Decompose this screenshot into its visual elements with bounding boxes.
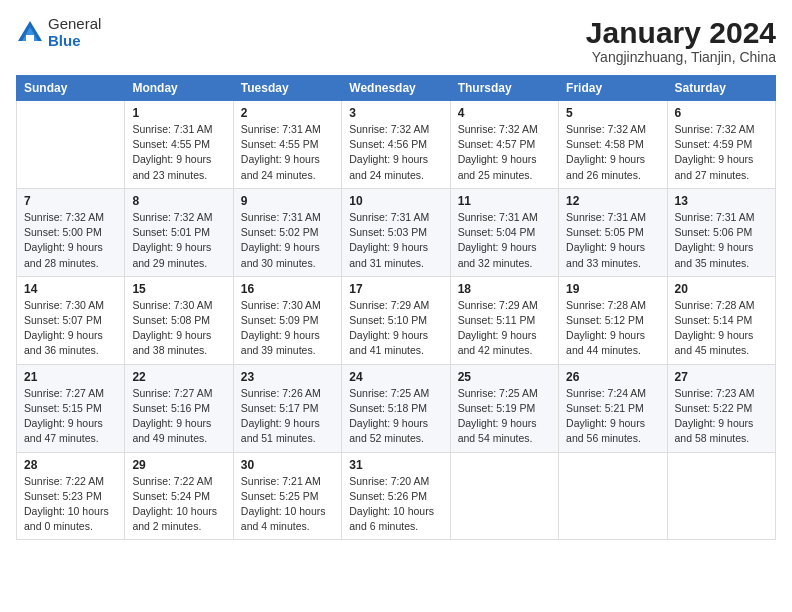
calendar-cell: 2Sunrise: 7:31 AM Sunset: 4:55 PM Daylig… <box>233 101 341 189</box>
svg-rect-2 <box>26 35 34 41</box>
calendar-cell: 9Sunrise: 7:31 AM Sunset: 5:02 PM Daylig… <box>233 188 341 276</box>
header-saturday: Saturday <box>667 76 775 101</box>
calendar-cell: 28Sunrise: 7:22 AM Sunset: 5:23 PM Dayli… <box>17 452 125 540</box>
calendar-cell: 31Sunrise: 7:20 AM Sunset: 5:26 PM Dayli… <box>342 452 450 540</box>
day-info: Sunrise: 7:30 AM Sunset: 5:08 PM Dayligh… <box>132 298 225 359</box>
day-info: Sunrise: 7:32 AM Sunset: 4:58 PM Dayligh… <box>566 122 659 183</box>
day-number: 13 <box>675 194 768 208</box>
calendar-cell: 18Sunrise: 7:29 AM Sunset: 5:11 PM Dayli… <box>450 276 558 364</box>
calendar: Sunday Monday Tuesday Wednesday Thursday… <box>16 75 776 540</box>
title-section: January 2024 Yangjinzhuang, Tianjin, Chi… <box>586 16 776 65</box>
day-info: Sunrise: 7:32 AM Sunset: 4:57 PM Dayligh… <box>458 122 551 183</box>
header-friday: Friday <box>559 76 667 101</box>
day-info: Sunrise: 7:32 AM Sunset: 5:00 PM Dayligh… <box>24 210 117 271</box>
day-number: 21 <box>24 370 117 384</box>
day-info: Sunrise: 7:31 AM Sunset: 4:55 PM Dayligh… <box>241 122 334 183</box>
calendar-cell: 24Sunrise: 7:25 AM Sunset: 5:18 PM Dayli… <box>342 364 450 452</box>
day-number: 25 <box>458 370 551 384</box>
day-number: 31 <box>349 458 442 472</box>
day-number: 2 <box>241 106 334 120</box>
calendar-cell: 27Sunrise: 7:23 AM Sunset: 5:22 PM Dayli… <box>667 364 775 452</box>
day-info: Sunrise: 7:28 AM Sunset: 5:12 PM Dayligh… <box>566 298 659 359</box>
calendar-cell: 16Sunrise: 7:30 AM Sunset: 5:09 PM Dayli… <box>233 276 341 364</box>
calendar-cell: 6Sunrise: 7:32 AM Sunset: 4:59 PM Daylig… <box>667 101 775 189</box>
calendar-cell <box>667 452 775 540</box>
day-info: Sunrise: 7:31 AM Sunset: 5:04 PM Dayligh… <box>458 210 551 271</box>
day-number: 10 <box>349 194 442 208</box>
day-info: Sunrise: 7:29 AM Sunset: 5:10 PM Dayligh… <box>349 298 442 359</box>
calendar-cell: 7Sunrise: 7:32 AM Sunset: 5:00 PM Daylig… <box>17 188 125 276</box>
day-number: 19 <box>566 282 659 296</box>
day-info: Sunrise: 7:22 AM Sunset: 5:24 PM Dayligh… <box>132 474 225 535</box>
calendar-cell: 15Sunrise: 7:30 AM Sunset: 5:08 PM Dayli… <box>125 276 233 364</box>
day-number: 1 <box>132 106 225 120</box>
calendar-cell <box>17 101 125 189</box>
calendar-cell: 13Sunrise: 7:31 AM Sunset: 5:06 PM Dayli… <box>667 188 775 276</box>
day-info: Sunrise: 7:23 AM Sunset: 5:22 PM Dayligh… <box>675 386 768 447</box>
day-number: 28 <box>24 458 117 472</box>
logo: General Blue <box>16 16 101 49</box>
day-number: 17 <box>349 282 442 296</box>
day-info: Sunrise: 7:25 AM Sunset: 5:19 PM Dayligh… <box>458 386 551 447</box>
header-sunday: Sunday <box>17 76 125 101</box>
calendar-cell: 30Sunrise: 7:21 AM Sunset: 5:25 PM Dayli… <box>233 452 341 540</box>
calendar-cell: 17Sunrise: 7:29 AM Sunset: 5:10 PM Dayli… <box>342 276 450 364</box>
day-number: 12 <box>566 194 659 208</box>
calendar-cell: 29Sunrise: 7:22 AM Sunset: 5:24 PM Dayli… <box>125 452 233 540</box>
day-info: Sunrise: 7:24 AM Sunset: 5:21 PM Dayligh… <box>566 386 659 447</box>
calendar-week-5: 28Sunrise: 7:22 AM Sunset: 5:23 PM Dayli… <box>17 452 776 540</box>
day-number: 16 <box>241 282 334 296</box>
calendar-cell <box>559 452 667 540</box>
calendar-cell: 14Sunrise: 7:30 AM Sunset: 5:07 PM Dayli… <box>17 276 125 364</box>
calendar-cell: 12Sunrise: 7:31 AM Sunset: 5:05 PM Dayli… <box>559 188 667 276</box>
day-number: 15 <box>132 282 225 296</box>
day-info: Sunrise: 7:32 AM Sunset: 4:59 PM Dayligh… <box>675 122 768 183</box>
day-number: 14 <box>24 282 117 296</box>
day-info: Sunrise: 7:26 AM Sunset: 5:17 PM Dayligh… <box>241 386 334 447</box>
calendar-cell: 20Sunrise: 7:28 AM Sunset: 5:14 PM Dayli… <box>667 276 775 364</box>
calendar-week-1: 1Sunrise: 7:31 AM Sunset: 4:55 PM Daylig… <box>17 101 776 189</box>
calendar-cell: 8Sunrise: 7:32 AM Sunset: 5:01 PM Daylig… <box>125 188 233 276</box>
day-info: Sunrise: 7:22 AM Sunset: 5:23 PM Dayligh… <box>24 474 117 535</box>
header-tuesday: Tuesday <box>233 76 341 101</box>
calendar-cell: 5Sunrise: 7:32 AM Sunset: 4:58 PM Daylig… <box>559 101 667 189</box>
calendar-cell: 21Sunrise: 7:27 AM Sunset: 5:15 PM Dayli… <box>17 364 125 452</box>
day-info: Sunrise: 7:30 AM Sunset: 5:09 PM Dayligh… <box>241 298 334 359</box>
day-info: Sunrise: 7:29 AM Sunset: 5:11 PM Dayligh… <box>458 298 551 359</box>
day-number: 4 <box>458 106 551 120</box>
day-number: 30 <box>241 458 334 472</box>
day-number: 8 <box>132 194 225 208</box>
day-info: Sunrise: 7:31 AM Sunset: 4:55 PM Dayligh… <box>132 122 225 183</box>
calendar-cell: 11Sunrise: 7:31 AM Sunset: 5:04 PM Dayli… <box>450 188 558 276</box>
day-number: 5 <box>566 106 659 120</box>
calendar-week-2: 7Sunrise: 7:32 AM Sunset: 5:00 PM Daylig… <box>17 188 776 276</box>
calendar-cell: 25Sunrise: 7:25 AM Sunset: 5:19 PM Dayli… <box>450 364 558 452</box>
page-header: General Blue January 2024 Yangjinzhuang,… <box>16 16 776 65</box>
day-info: Sunrise: 7:20 AM Sunset: 5:26 PM Dayligh… <box>349 474 442 535</box>
day-number: 3 <box>349 106 442 120</box>
header-monday: Monday <box>125 76 233 101</box>
calendar-cell: 22Sunrise: 7:27 AM Sunset: 5:16 PM Dayli… <box>125 364 233 452</box>
weekday-header-row: Sunday Monday Tuesday Wednesday Thursday… <box>17 76 776 101</box>
day-info: Sunrise: 7:31 AM Sunset: 5:06 PM Dayligh… <box>675 210 768 271</box>
month-title: January 2024 <box>586 16 776 49</box>
day-info: Sunrise: 7:31 AM Sunset: 5:05 PM Dayligh… <box>566 210 659 271</box>
day-info: Sunrise: 7:31 AM Sunset: 5:02 PM Dayligh… <box>241 210 334 271</box>
day-number: 29 <box>132 458 225 472</box>
day-number: 24 <box>349 370 442 384</box>
day-info: Sunrise: 7:31 AM Sunset: 5:03 PM Dayligh… <box>349 210 442 271</box>
calendar-cell: 19Sunrise: 7:28 AM Sunset: 5:12 PM Dayli… <box>559 276 667 364</box>
header-thursday: Thursday <box>450 76 558 101</box>
day-number: 7 <box>24 194 117 208</box>
day-number: 27 <box>675 370 768 384</box>
calendar-cell <box>450 452 558 540</box>
day-info: Sunrise: 7:32 AM Sunset: 5:01 PM Dayligh… <box>132 210 225 271</box>
day-info: Sunrise: 7:30 AM Sunset: 5:07 PM Dayligh… <box>24 298 117 359</box>
calendar-cell: 23Sunrise: 7:26 AM Sunset: 5:17 PM Dayli… <box>233 364 341 452</box>
logo-blue-text: Blue <box>48 33 101 50</box>
day-info: Sunrise: 7:32 AM Sunset: 4:56 PM Dayligh… <box>349 122 442 183</box>
calendar-week-4: 21Sunrise: 7:27 AM Sunset: 5:15 PM Dayli… <box>17 364 776 452</box>
day-info: Sunrise: 7:27 AM Sunset: 5:15 PM Dayligh… <box>24 386 117 447</box>
day-number: 22 <box>132 370 225 384</box>
day-number: 11 <box>458 194 551 208</box>
